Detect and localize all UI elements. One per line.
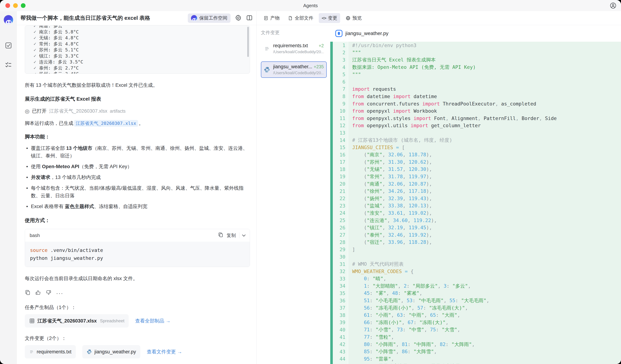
bash-code-body: source .venv/bin/activatepython jiangsu_…	[25, 242, 250, 267]
window-title: Agents	[0, 3, 621, 8]
file-chip-python[interactable]: jiangsu_weather.py	[82, 345, 140, 358]
code-line: 23 ("盐城", 33.38, 120.13),	[333, 202, 621, 209]
code-line: 42 80: "小阵雨", 81: "中阵雨", 82: "大阵雨",	[333, 341, 621, 348]
code-line: 3江苏省当日天气 Excel 报表生成脚本	[333, 56, 621, 64]
chat-header: 帮我做一个脚本，能生成当日江苏省天气的 excel 表格 保留工作空间	[17, 11, 257, 25]
artifact-name: 江苏省天气_20260307.xlsx	[37, 318, 97, 324]
code-line: 13	[333, 129, 621, 137]
tab-label: 预览	[352, 15, 362, 21]
file-changes-panel: 文件变更 requirements.txt +2 /Users/koali/Co…	[257, 25, 330, 364]
file-item-requirements[interactable]: requirements.txt +2 /Users/koali/CodeBud…	[261, 40, 327, 57]
code-line: 32WMO_WEATHER_CODES = {	[333, 268, 621, 275]
code-line: 26 ("镇江", 32.19, 119.45),	[333, 224, 621, 231]
code-line: 4数据来源: Open-Meteo API (免费, 无需 API Key)	[333, 64, 621, 71]
code-line: 11from openpyxl.styles import Font, Alig…	[333, 115, 621, 122]
new-chat-icon[interactable]	[5, 42, 12, 49]
code-line: 1#!/usr/bin/env python3	[333, 42, 621, 49]
toggle-panel-icon[interactable]	[246, 14, 253, 22]
added-lines-badge: +235	[314, 64, 324, 69]
added-lines-badge: +2	[319, 43, 324, 48]
conversation-title: 帮我做一个脚本，能生成当日江苏省天气的 excel 表格	[20, 14, 185, 22]
settings-gear-icon[interactable]	[235, 14, 242, 22]
more-actions-icon[interactable]: ···	[56, 290, 63, 297]
file-chip-requirements[interactable]: requirements.txt	[25, 345, 76, 358]
artifact-chip[interactable]: 江苏省天气_20260307.xlsx Spreadsheet	[25, 314, 129, 328]
code-line: 40 71: "小雪", 73: "中雪", 75: "大雪",	[333, 326, 621, 333]
account-icon[interactable]	[610, 2, 616, 9]
open-file-icon	[335, 30, 343, 37]
section-heading: 脚本功能：	[25, 133, 250, 140]
task-list-icon[interactable]	[5, 61, 12, 69]
tab-preview[interactable]: 预览	[343, 13, 364, 23]
code-editor[interactable]: 1#!/usr/bin/env python32"""3江苏省当日天气 Exce…	[330, 42, 621, 364]
app-window: Agents	[0, 0, 621, 364]
collapse-chevron-icon[interactable]	[242, 233, 246, 237]
code-line: 8from datetime import datetime	[333, 93, 621, 100]
code-line: 44 95: "雷暴",	[333, 355, 621, 363]
tab-changes[interactable]: <> 变更	[319, 13, 340, 23]
chat-panel: 帮我做一个脚本，能生成当日江苏省天气的 excel 表格 保留工作空间	[17, 11, 257, 364]
code-line: 16 ("南京", 32.06, 118.78),	[333, 151, 621, 158]
code-line: 45 96: "雷暴伴小冰雹", 99: "雷暴伴大冰雹",	[333, 363, 621, 364]
workspace-tabs: 产物 全部文件 <> 变更 预览	[257, 11, 621, 25]
code-line: 5"""	[333, 71, 621, 78]
opened-tag: artifacts	[110, 108, 126, 114]
code-line: 41 77: "雪粒",	[333, 333, 621, 341]
code-line: 17 ("苏州", 31.30, 120.62),	[333, 158, 621, 166]
tab-all-files[interactable]: 全部文件	[285, 13, 316, 23]
weather-progress-row: ✓无锡: 多云 4.8°C	[34, 35, 250, 41]
thumbs-up-icon[interactable]	[35, 290, 41, 297]
weather-progress-row: ✓连云港: 多云 3.5°C	[34, 59, 250, 65]
python-icon	[264, 67, 270, 73]
artifacts-label: 任务产生制品（1个）：	[25, 304, 250, 311]
code-line: 22 ("扬州", 32.39, 119.43),	[333, 195, 621, 202]
weather-progress-row: ✓南通: 多云	[34, 26, 250, 29]
code-line: 27 ("泰州", 32.46, 119.92),	[333, 231, 621, 239]
run-result-line: 脚本运行成功，已生成江苏省天气_20260307.xlsx。	[25, 120, 250, 126]
file-name: requirements.txt	[273, 43, 317, 49]
opened-file-row[interactable]: ◎ 已打开 江苏省天气_20260307.xlsx artifacts	[25, 108, 250, 114]
file-icon	[288, 16, 293, 21]
weather-progress-row: ✓南京: 多云 5.8°C	[34, 29, 250, 35]
section-heading: 展示生成的江苏省天气 Excel 报表	[25, 96, 250, 103]
codebuddy-logo[interactable]	[4, 15, 13, 24]
copy-code-label[interactable]: 复制	[226, 232, 236, 239]
view-file-changes-link[interactable]: 查看文件变更 →	[147, 348, 182, 355]
code-line: 2"""	[333, 49, 621, 56]
code-line: 9from concurrent.futures import ThreadPo…	[333, 100, 621, 107]
keep-workspace-button[interactable]: 保留工作空间	[188, 14, 231, 23]
progress-scrollbar[interactable]	[247, 27, 249, 57]
file-path: /Users/koali/CodeBuddy/20...	[273, 71, 324, 75]
feature-item: 使用 Open-Meteo API（免费，无需 API Key）	[25, 163, 250, 170]
left-rail	[0, 11, 17, 364]
feature-list: 覆盖江苏省全部 13 个地级市（南京、苏州、无锡、常州、南通、徐州、扬州、盐城、…	[25, 144, 250, 210]
message-paragraph: 所有 13 个城市的天气数据全部获取成功！Excel 文件已生成。	[25, 82, 250, 89]
weather-progress-row: ✓苏州: 多云 5.1°C	[34, 47, 250, 53]
copy-message-icon[interactable]	[25, 290, 31, 297]
chat-messages[interactable]: ✓南通: 多云✓南京: 多云 5.8°C✓无锡: 多云 4.8°C✓常州: 多云…	[17, 25, 257, 364]
feature-item: 并发请求，13 个城市几秒内完成	[25, 173, 250, 181]
tab-label: 全部文件	[295, 15, 313, 21]
code-line: 12from openpyxl.utils import get_column_…	[333, 122, 621, 129]
feature-item: 每个城市包含：天气状况、当前/体感/最高/最低温度、湿度、风向、风速、气压、降水…	[25, 184, 250, 199]
code-line: 33 0: "晴",	[333, 275, 621, 282]
feature-item: Excel 表格带有 蓝色主题样式、冻结窗格、自适应列宽	[25, 203, 250, 210]
opened-filename: 江苏省天气_20260307.xlsx	[49, 108, 107, 114]
code-line: 15JIANGSU_CITIES = [	[333, 144, 621, 151]
code-line: 31# WMO 天气代码对照表	[333, 260, 621, 268]
weather-progress-box[interactable]: ✓南通: 多云✓南京: 多云 5.8°C✓无锡: 多云 4.8°C✓常州: 多云…	[25, 26, 250, 74]
weather-progress-row: ✓扬州: 多云 3.4°C	[34, 71, 250, 74]
thumbs-down-icon[interactable]	[46, 290, 52, 297]
artifact-type: Spreadsheet	[100, 318, 124, 323]
copy-code-icon[interactable]	[218, 232, 223, 239]
file-item-jiangsu-weather[interactable]: jiangsu_weather.... +235 /Users/koali/Co…	[261, 61, 327, 78]
bash-code-block: bash 复制 source .venv/bin/a	[25, 229, 250, 267]
file-name: jiangsu_weather....	[273, 64, 312, 69]
tab-artifacts[interactable]: 产物	[260, 13, 282, 23]
code-line: 34 1: "大部晴朗", 2: "局部多云", 3: "多云",	[333, 282, 621, 290]
file-chip-label: jiangsu_weather.py	[95, 349, 136, 355]
view-all-artifacts-link[interactable]: 查看全部制品 →	[135, 318, 171, 324]
code-line: 10from openpyxl import Workbook	[333, 107, 621, 115]
file-changes-header: 文件变更	[261, 30, 327, 36]
code-line: 21 ("徐州", 34.26, 117.18),	[333, 188, 621, 195]
